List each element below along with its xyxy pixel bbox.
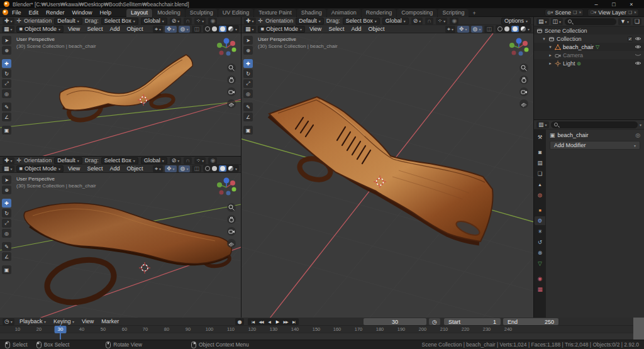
tool-scale-icon[interactable]: ⤢ (2, 79, 11, 88)
tab-compositing[interactable]: Compositing (397, 9, 437, 17)
menu-window[interactable]: Window (69, 9, 96, 16)
viewport-top-left[interactable]: ✚▾ ✛ Orientation Default▾ Drag: Select B… (0, 17, 241, 156)
ortho-grid-icon[interactable] (227, 239, 236, 248)
material-shading-active[interactable] (219, 26, 226, 32)
menu-render[interactable]: Render (42, 9, 69, 16)
snap-magnet-icon[interactable]: ∩ (184, 18, 191, 25)
tab-scripting[interactable]: Scripting (438, 9, 469, 17)
minimize-button[interactable]: – (587, 1, 605, 8)
options-dropdown[interactable]: Options▾ (501, 18, 531, 25)
use-preview-range-icon[interactable]: ◷ (429, 318, 440, 325)
snap-magnet-icon[interactable]: ∩ (425, 18, 433, 25)
menu-file[interactable]: File (8, 9, 25, 16)
viewport-main[interactable]: ✚▾ ✛ Orientation Default▾ Drag: Select B… (242, 17, 533, 318)
wireframe-shading-icon[interactable] (205, 166, 210, 171)
navigation-gizmo[interactable] (215, 36, 238, 59)
tab-texture-paint[interactable]: Texture Paint (254, 9, 296, 17)
eye-icon[interactable] (635, 45, 641, 49)
eye-icon[interactable] (635, 36, 641, 41)
select-mode-icon[interactable]: ⌖▾ (153, 165, 163, 172)
expand-icon[interactable]: ▸ (548, 53, 553, 58)
outliner-row-light[interactable]: ▸ Light ◍ (534, 59, 644, 67)
collection-checkbox[interactable]: ✓ (628, 36, 633, 42)
tool-rotate-icon[interactable]: ↻ (2, 209, 11, 218)
xray-toggle-icon[interactable]: ◫ (484, 26, 494, 33)
tab-shading[interactable]: Shading (297, 9, 326, 17)
active-tool-icon[interactable]: ✚▾ (3, 157, 14, 164)
gizmos-toggle-icon[interactable]: ✥▾ (165, 165, 177, 172)
eye-closed-icon[interactable] (635, 53, 641, 57)
add-modifier-button[interactable]: Add Modifier ▾ (550, 141, 640, 150)
tool-move-icon[interactable]: ✚ (243, 59, 253, 68)
outliner-scope-icon[interactable]: ◫▾ (551, 18, 564, 25)
editor-type-icon[interactable]: ▦▾ (243, 26, 256, 33)
orientation-dropdown[interactable]: Default▾ (296, 18, 324, 25)
camera-view-icon[interactable] (227, 227, 236, 236)
tool-transform-icon[interactable]: ◎ (2, 229, 11, 238)
new-view-layer-icon[interactable]: ❏ (628, 10, 632, 15)
scene-3d-view-main[interactable] (242, 33, 533, 318)
scene-3d-view-b[interactable] (0, 173, 241, 318)
filter-funnel-icon[interactable]: ▼▾ (618, 18, 631, 25)
object-menu[interactable]: Object (124, 165, 145, 172)
new-collection-icon[interactable]: ❏ (633, 18, 641, 25)
wireframe-shading-icon[interactable] (205, 26, 210, 31)
pan-hand-icon[interactable] (227, 215, 236, 224)
shading-dropdown-icon[interactable]: ▾ (528, 27, 530, 31)
expand-icon[interactable]: ▸ (548, 61, 553, 66)
expand-icon[interactable]: ▾ (541, 36, 547, 42)
tab-object-data-icon[interactable]: ▽ (535, 259, 545, 268)
select-mode-icon[interactable]: ⌖▾ (153, 26, 163, 33)
navigation-gizmo[interactable] (508, 36, 530, 59)
scene-3d-view-a[interactable] (0, 33, 241, 156)
drag-dropdown[interactable]: Select Box▾ (101, 157, 138, 164)
object-menu[interactable]: Object (365, 26, 387, 32)
timeline-ruler[interactable]: 10 20 40 50 60 70 80 90 100 110 120 130 … (0, 326, 644, 333)
camera-view-icon[interactable] (227, 87, 236, 96)
ortho-grid-icon[interactable] (519, 99, 528, 108)
menu-edit[interactable]: Edit (25, 9, 43, 16)
scene-selector[interactable]: ◍▾ Scene ❏ × (545, 9, 584, 16)
tool-add-cube-icon[interactable]: ▣ (243, 126, 253, 135)
snapping-dropdown-icon[interactable]: ⁘▾ (194, 157, 206, 164)
transform-orientation-dropdown[interactable]: Global▾ (141, 18, 167, 25)
overlays-toggle-icon[interactable]: ◍▾ (179, 26, 191, 33)
tool-annotate-icon[interactable]: ✎ (2, 102, 11, 111)
zoom-icon[interactable] (227, 203, 236, 212)
pivot-point-icon[interactable]: ⊘▾ (170, 18, 182, 25)
tab-constraints-icon[interactable]: ⊗ (535, 248, 545, 257)
view-menu[interactable]: View (79, 318, 96, 324)
outliner-search-input[interactable] (565, 18, 616, 25)
marker-menu[interactable]: Marker (99, 318, 121, 324)
view-menu[interactable]: View (65, 165, 82, 172)
tab-tool-icon[interactable]: ⚒ (535, 133, 545, 141)
tool-cursor-icon[interactable]: ⊕ (243, 46, 253, 55)
expand-icon[interactable]: ▾ (548, 45, 553, 50)
mode-dropdown[interactable]: ■Object Mode▾ (16, 165, 64, 172)
navigation-gizmo[interactable] (215, 176, 238, 199)
editor-type-icon[interactable]: ▥▾ (536, 121, 549, 128)
overlays-toggle-icon[interactable]: ◍▾ (471, 26, 483, 33)
tab-view-layer-icon[interactable]: ❏ (535, 169, 545, 178)
tab-object-icon[interactable]: ■ (535, 206, 545, 214)
ortho-grid-icon[interactable] (227, 99, 236, 108)
rendered-shading-icon[interactable] (228, 166, 233, 171)
auto-keying-icon[interactable]: ⬤ (235, 318, 244, 325)
blender-menu-icon[interactable] (3, 9, 8, 15)
tool-select-box-icon[interactable]: ➤ (2, 36, 11, 45)
xray-toggle-icon[interactable]: ◫ (192, 26, 201, 33)
tab-particles-icon[interactable]: ✳ (535, 227, 545, 236)
pan-hand-icon[interactable] (519, 75, 528, 84)
tab-scene-icon[interactable]: ▲ (535, 180, 545, 189)
pivot-point-icon[interactable]: ⊘▾ (411, 18, 423, 25)
tab-layout[interactable]: Layout (126, 9, 152, 17)
maximize-button[interactable]: □ (605, 1, 623, 8)
view-layer-selector[interactable]: ❍▾ View Layer ❏ × (587, 9, 639, 16)
add-menu[interactable]: Add (348, 26, 364, 32)
add-workspace-button[interactable]: + (469, 9, 479, 17)
play-button[interactable]: ▶ (274, 319, 281, 324)
tool-cursor-icon[interactable]: ⊕ (2, 46, 11, 55)
tab-render-icon[interactable]: ◙ (535, 148, 545, 157)
transform-orientation-dropdown[interactable]: Global▾ (382, 18, 409, 25)
end-frame-field[interactable]: End250 (503, 318, 558, 325)
